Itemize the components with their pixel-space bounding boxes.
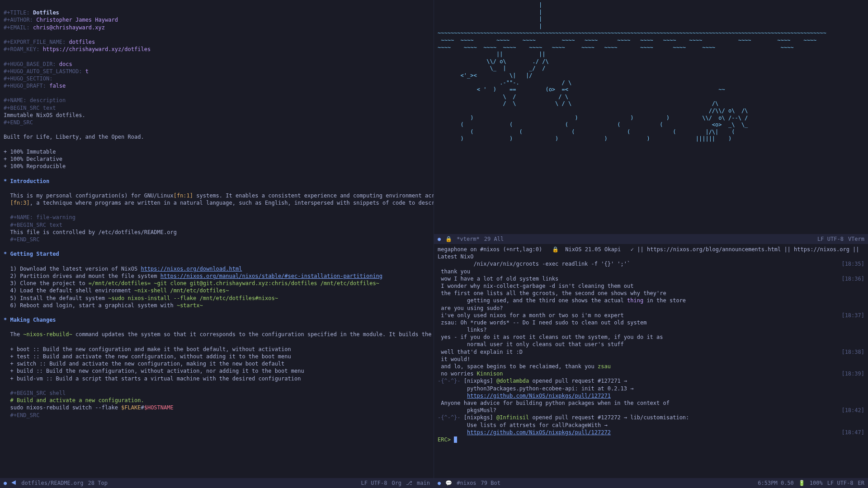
heading-changes[interactable]: * Making Changes (4, 317, 56, 323)
started-l1: 1) Download the latest version of NixOS … (10, 266, 242, 272)
chat-line: normal user it only cleans out that user… (438, 341, 864, 348)
channel-topic: megaphone on #nixos (+nrt,lag:0) 🔒 NixOS… (438, 246, 864, 260)
started-l2: 2) Partition drives and mount the file s… (10, 273, 382, 279)
major-mode[interactable]: Org (392, 479, 401, 487)
buffer-position: 79 Bot (481, 479, 500, 487)
chat-line: Anyone have advice for building python p… (438, 399, 864, 407)
cursor-icon (454, 436, 457, 443)
src-begin-1: #+BEGIN_SRC text (4, 105, 56, 111)
started-l5: 5) Install the default system ~sudo nixo… (10, 295, 278, 301)
bullet-0: + 100% Immutable (4, 149, 56, 155)
chat-line: https://github.com/NixOS/nixpkgs/pull/12… (438, 429, 864, 436)
encoding: LF UTF-8 (361, 479, 387, 487)
modified-icon: ● (4, 479, 7, 487)
battery-pct: 100% (810, 479, 823, 487)
chat-line: are you using sudo? (438, 305, 864, 312)
chat-line: it would! (438, 356, 864, 363)
prop-roam-key: #+ROAM_KEY: (4, 46, 39, 52)
heading-started[interactable]: * Getting Started (4, 251, 59, 257)
changes-item-4: + build-vm :: Build a script that starts… (10, 375, 301, 382)
chat-line: getting used, and the third one shows th… (438, 297, 864, 304)
prop-email-key: #+EMAIL: (4, 24, 30, 31)
org-buffer[interactable]: #+TITLE: Dotfiles #+AUTHOR: Christopher … (0, 0, 434, 478)
chat-line: no worries Kinnison[18:39] (438, 370, 864, 377)
started-l4: 4) Load the default shell environment ~n… (10, 287, 229, 294)
chat-line: thank you (438, 268, 864, 275)
chat-line: -{^-^}- [nixpkgs] @dotlambda opened pull… (438, 377, 864, 385)
prop-hugo-lastmod-val: t (85, 68, 89, 75)
src-name-1: #+NAME: description (4, 97, 66, 103)
started-l3: 3) Clone the project to =/mnt/etc/dotfil… (10, 280, 379, 286)
chat-line: I wonder why nix-collect-garbage -d isn'… (438, 282, 864, 290)
prop-hugo-base-key: #+HUGO_BASE_DIR: (4, 61, 56, 67)
git-branch[interactable]: main (417, 479, 430, 487)
erc-prompt[interactable]: ERC> (438, 436, 864, 443)
ascii-art: | | | | ~~~~~~~~~~~~~~~~~~~~~~~~~~~~~~~~… (438, 2, 826, 142)
chat-line: python3Packages.python-ecobee-api: init … (438, 385, 864, 392)
chat-line: https://github.com/NixOS/nixpkgs/pull/12… (438, 392, 864, 399)
src-content-1: Immutable NixOS dotfiles. (4, 112, 85, 118)
prop-hugo-base-val: docs (59, 61, 72, 67)
chat-line: the first one lists all the gcroots, the… (438, 290, 864, 297)
right-split: | | | | ~~~~~~~~~~~~~~~~~~~~~~~~~~~~~~~~… (434, 0, 868, 488)
back-icon[interactable]: ⯇ (11, 479, 17, 487)
clock: 6:53PM 0.50 (758, 479, 793, 487)
chat-line: well that'd explain it :D[18:38] (438, 348, 864, 356)
buffer-name[interactable]: *vterm* (457, 235, 480, 243)
prop-hugo-lastmod-key: #+HUGO_AUTO_SET_LASTMOD: (4, 68, 82, 75)
prop-title-val: Dotfiles (33, 9, 59, 16)
changes-para: The ~nixos-rebuild~ command updates the … (10, 331, 434, 338)
chat-icon: 💬 (445, 479, 452, 487)
bullet-1: + 100% Declarative (4, 156, 62, 162)
src-end-2: #+END_SRC (10, 236, 39, 243)
src-end-1: #+END_SRC (4, 119, 33, 126)
channel-name[interactable]: #nixos (457, 479, 476, 487)
prop-hugo-section-key: #+HUGO_SECTION: (4, 75, 52, 82)
chat-line: -{^-^}- [nixpkgs] @Infinisil opened pull… (438, 414, 864, 421)
topic-line2: /nix/var/nix/gcroots -exec readlink -f '… (438, 260, 864, 267)
chat-line: yes - if you do it as root it cleans out… (438, 333, 864, 341)
buffer-position: 29 All (484, 235, 504, 243)
modeline-vterm: ● 🔒 *vterm* 29 All LF UTF-8 VTerm (434, 234, 868, 244)
chat-line: pkgsMusl?[18:42] (438, 407, 864, 414)
buffer-name[interactable]: dotfiles/README.org (21, 479, 83, 487)
heading-intro[interactable]: * Introduction (4, 178, 49, 184)
major-mode[interactable]: VTerm (848, 235, 864, 243)
modeline-editor: ● ⯇ dotfiles/README.org 28 Top LF UTF-8 … (0, 478, 434, 488)
src-end-3: #+END_SRC (10, 412, 39, 418)
tagline: Built for Life, Liberty, and the Open Ro… (4, 134, 144, 140)
erc-buffer[interactable]: megaphone on #nixos (+nrt,lag:0) 🔒 NixOS… (434, 244, 868, 478)
src-begin-3: #+BEGIN_SRC shell (10, 390, 66, 396)
buffer-position: 28 Top (88, 479, 108, 487)
changes-item-2: + switch :: Build and activate the new c… (10, 361, 284, 367)
battery-icon: 🔋 (798, 479, 805, 487)
src-comment-3: # Build and activate a new configuration… (10, 397, 144, 404)
vterm-buffer[interactable]: | | | | ~~~~~~~~~~~~~~~~~~~~~~~~~~~~~~~~… (434, 0, 868, 234)
major-mode[interactable]: ER (858, 479, 864, 487)
chat-line: zsau: Oh *rude words* -- Do I need sudo … (438, 319, 864, 326)
prop-author-val: Christopher James Hayward (36, 17, 118, 23)
src-content-2: This file is controlled by /etc/dotfiles… (10, 229, 176, 235)
encoding: LF UTF-8 (827, 479, 854, 487)
modified-icon: ● (438, 479, 441, 487)
src-name-2: #+NAME: file-warning (10, 214, 75, 221)
modified-icon: ● (438, 235, 441, 243)
chat-line: i've only used nixos for a month or two … (438, 312, 864, 319)
chat-line: and lo, space begins to be reclaimed, th… (438, 363, 864, 370)
editor-pane: #+TITLE: Dotfiles #+AUTHOR: Christopher … (0, 0, 434, 488)
chat-line: wow I have a lot of old system links[18:… (438, 275, 864, 282)
changes-item-0: + boot :: Build the new configuration an… (10, 346, 291, 352)
chat-line: links? (438, 326, 864, 333)
intro-text: This is my personal configuration(s) for… (4, 192, 434, 206)
prop-export-val: dotfiles (69, 39, 95, 45)
lock-icon: 🔒 (445, 235, 452, 243)
chat-line: Use lists of attrsets for callPackageWit… (438, 422, 864, 429)
prop-title-key: #+TITLE: (4, 9, 30, 16)
started-l6: 6) Reboot and login, start a graphical s… (10, 302, 203, 309)
prop-export-key: #+EXPORT_FILE_NAME: (4, 39, 66, 45)
prop-email-val: chris@chrishayward.xyz (33, 24, 105, 31)
src-begin-2: #+BEGIN_SRC text (10, 222, 62, 228)
changes-item-1: + test :: Build and activate the new con… (10, 353, 291, 360)
changes-item-3: + build :: Build the new configuration, … (10, 368, 304, 374)
encoding: LF UTF-8 (817, 235, 844, 243)
